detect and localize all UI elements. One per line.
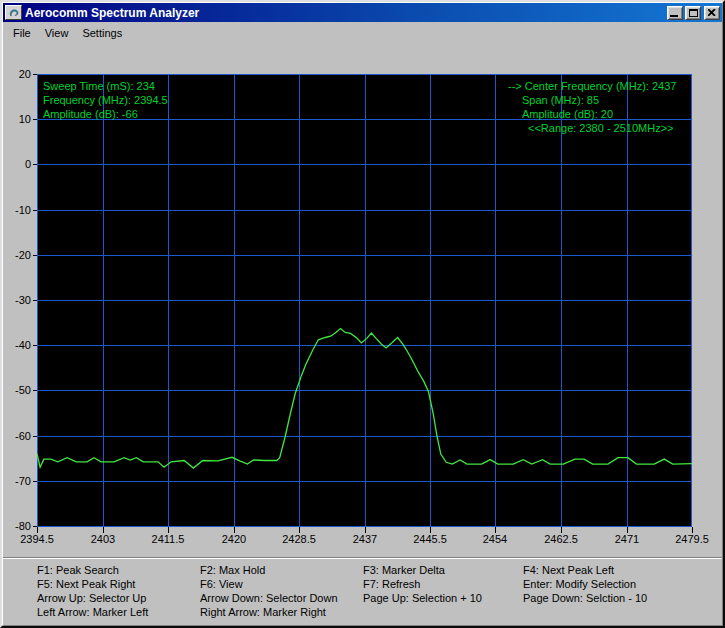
divider-line <box>2 557 723 559</box>
help-line: F7: Refresh <box>363 577 482 591</box>
y-axis-tick <box>33 74 37 75</box>
x-axis-tick <box>365 527 366 533</box>
x-axis-tick <box>299 527 300 533</box>
x-axis-tick <box>37 527 38 533</box>
y-axis-label: -70 <box>2 475 31 488</box>
x-axis-tick <box>561 527 562 533</box>
help-line: F6: View <box>200 577 338 591</box>
x-axis-tick <box>430 527 431 533</box>
help-line: Page Up: Selection + 10 <box>363 591 482 605</box>
title-bar[interactable]: Aerocomm Spectrum Analyzer <box>3 3 722 22</box>
help-line: Page Down: Selction - 10 <box>523 591 647 605</box>
help-column-2: F2: Max HoldF6: ViewArrow Down: Selector… <box>200 563 338 619</box>
y-axis-tick <box>33 390 37 391</box>
y-axis-tick <box>33 119 37 120</box>
x-axis-label: 2437 <box>335 533 395 546</box>
y-axis-label: -60 <box>2 430 31 443</box>
help-line: F4: Next Peak Left <box>523 563 647 577</box>
hotkey-help: F1: Peak SearchF5: Next Peak RightArrow … <box>2 563 723 623</box>
close-button[interactable] <box>704 6 720 20</box>
y-axis-tick <box>33 481 37 482</box>
help-line: Enter: Modify Selection <box>523 577 647 591</box>
x-axis-label: 2403 <box>73 533 133 546</box>
close-icon <box>708 9 716 16</box>
y-axis-tick <box>33 345 37 346</box>
x-axis-label: 2394.5 <box>7 533 67 546</box>
x-axis-tick <box>103 527 104 533</box>
window-title: Aerocomm Spectrum Analyzer <box>25 6 667 20</box>
x-axis-label: 2428.5 <box>269 533 329 546</box>
y-axis-tick <box>33 210 37 211</box>
menu-view[interactable]: View <box>38 25 76 41</box>
x-axis-tick <box>692 527 693 533</box>
y-axis-label: 0 <box>2 158 31 171</box>
x-axis-label: 2479.5 <box>662 533 722 546</box>
help-line: F1: Peak Search <box>37 563 148 577</box>
x-axis-label: 2471 <box>597 533 657 546</box>
y-axis-label: 10 <box>2 113 31 126</box>
x-axis-label: 2445.5 <box>400 533 460 546</box>
y-axis-label: 20 <box>2 68 31 81</box>
y-axis-label: -30 <box>2 294 31 307</box>
menu-settings[interactable]: Settings <box>75 25 129 41</box>
maximize-icon <box>689 9 698 17</box>
spectrum-plot <box>37 74 692 527</box>
help-line: Arrow Down: Selector Down <box>200 591 338 605</box>
x-axis-tick <box>495 527 496 533</box>
minimize-button[interactable] <box>667 6 683 20</box>
minimize-icon <box>670 15 678 17</box>
app-swirl-icon <box>8 7 20 19</box>
y-axis-tick <box>33 164 37 165</box>
y-axis-tick <box>33 300 37 301</box>
y-axis-label: -20 <box>2 249 31 262</box>
app-window: Aerocomm Spectrum Analyzer File View Set… <box>0 0 725 628</box>
y-axis-label: -10 <box>2 204 31 217</box>
help-line: F5: Next Peak Right <box>37 577 148 591</box>
help-line: Left Arrow: Marker Left <box>37 605 148 619</box>
x-axis-tick <box>234 527 235 533</box>
y-axis-tick <box>33 255 37 256</box>
help-column-3: F3: Marker DeltaF7: RefreshPage Up: Sele… <box>363 563 482 605</box>
spectrum-trace <box>37 329 692 469</box>
help-line: Right Arrow: Marker Right <box>200 605 338 619</box>
y-axis-label: -80 <box>2 520 31 533</box>
maximize-button[interactable] <box>685 6 701 20</box>
x-axis-label: 2462.5 <box>531 533 591 546</box>
y-axis-tick <box>33 436 37 437</box>
menu-bar: File View Settings <box>3 23 722 43</box>
x-axis-label: 2420 <box>204 533 264 546</box>
x-axis-label: 2411.5 <box>138 533 198 546</box>
y-axis-label: -50 <box>2 384 31 397</box>
help-column-1: F1: Peak SearchF5: Next Peak RightArrow … <box>37 563 148 619</box>
app-icon[interactable] <box>5 5 22 20</box>
x-axis-tick <box>168 527 169 533</box>
help-line: Arrow Up: Selector Up <box>37 591 148 605</box>
help-line: F2: Max Hold <box>200 563 338 577</box>
help-line: F3: Marker Delta <box>363 563 482 577</box>
y-axis-label: -40 <box>2 339 31 352</box>
x-axis-tick <box>627 527 628 533</box>
menu-file[interactable]: File <box>6 25 38 41</box>
help-column-4: F4: Next Peak LeftEnter: Modify Selectio… <box>523 563 647 605</box>
x-axis-label: 2454 <box>465 533 525 546</box>
